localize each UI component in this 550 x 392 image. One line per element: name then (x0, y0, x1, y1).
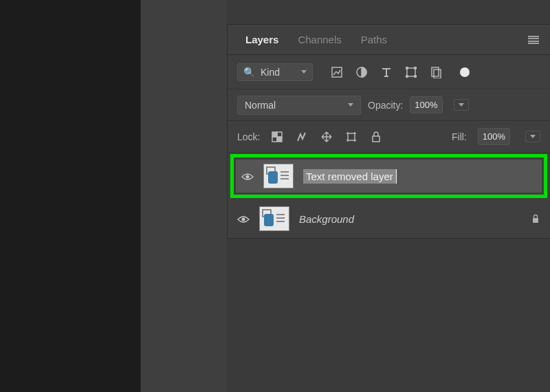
lock-position-icon[interactable] (320, 131, 333, 143)
opacity-dropdown[interactable] (454, 99, 469, 111)
blend-row: Normal Opacity: 100% (228, 89, 550, 121)
lock-label: Lock: (237, 131, 260, 142)
svg-rect-17 (533, 218, 538, 223)
filter-type-icon[interactable] (380, 66, 393, 78)
fill-value: 100% (483, 131, 505, 142)
svg-point-3 (406, 67, 408, 69)
panel-tabs: Layers Channels Paths (228, 25, 550, 55)
blend-mode-select[interactable]: Normal (237, 96, 361, 115)
svg-rect-13 (348, 133, 355, 140)
svg-rect-10 (277, 137, 282, 142)
layer-row[interactable]: Text removed layer (236, 160, 542, 193)
svg-rect-2 (407, 68, 415, 76)
layers-list: Text removed layer Background (228, 154, 550, 238)
lock-row: Lock: Fill: 100% (228, 121, 550, 153)
chevron-down-icon (348, 103, 353, 107)
svg-rect-7 (432, 67, 439, 76)
search-icon: 🔍 (243, 67, 255, 78)
panel-gutter (141, 0, 227, 392)
lock-artboard-icon[interactable] (345, 131, 358, 143)
opacity-input[interactable]: 100% (410, 96, 442, 113)
chevron-down-icon (301, 70, 307, 74)
layer-row[interactable]: Background (228, 199, 550, 238)
highlight-annotation: Text removed layer (230, 154, 547, 198)
svg-rect-9 (272, 132, 277, 137)
svg-point-6 (415, 75, 417, 77)
filter-kind-select[interactable]: 🔍 Kind (237, 63, 313, 81)
panel-menu-icon[interactable] (528, 36, 539, 44)
canvas-area (0, 0, 141, 392)
lock-icon (531, 214, 540, 224)
visibility-toggle[interactable] (237, 215, 250, 223)
layer-name: Background (299, 213, 354, 225)
tab-channels[interactable]: Channels (288, 25, 351, 54)
opacity-value: 100% (415, 100, 437, 110)
svg-point-16 (242, 218, 245, 221)
filter-adjustment-icon[interactable] (355, 66, 368, 78)
blend-mode-value: Normal (245, 100, 276, 111)
fill-input[interactable]: 100% (478, 128, 510, 145)
layer-thumbnail[interactable] (263, 164, 294, 188)
tab-layers[interactable]: Layers (236, 25, 288, 54)
fill-dropdown[interactable] (525, 131, 540, 142)
opacity-label: Opacity: (368, 100, 403, 111)
layer-filter-row: 🔍 Kind (228, 55, 550, 89)
layers-panel: Layers Channels Paths 🔍 Kind (227, 24, 550, 239)
lock-all-icon[interactable] (370, 131, 382, 143)
filter-kind-label: Kind (261, 67, 296, 78)
filter-toggle[interactable] (460, 67, 470, 77)
fill-label: Fill: (452, 131, 467, 142)
tab-paths[interactable]: Paths (351, 25, 397, 54)
svg-rect-14 (373, 136, 380, 142)
svg-point-5 (406, 75, 408, 77)
visibility-toggle[interactable] (241, 172, 254, 180)
lock-transparent-icon[interactable] (271, 131, 283, 143)
svg-rect-8 (434, 69, 441, 78)
svg-point-15 (246, 175, 250, 179)
filter-smartobject-icon[interactable] (430, 66, 442, 78)
svg-point-4 (415, 67, 417, 69)
filter-shape-icon[interactable] (405, 66, 417, 78)
lock-image-icon[interactable] (296, 131, 308, 143)
svg-rect-12 (272, 137, 277, 142)
layer-name-input[interactable]: Text removed layer (303, 169, 397, 184)
layer-thumbnail[interactable] (259, 206, 289, 231)
svg-rect-11 (277, 132, 282, 137)
filter-pixel-icon[interactable] (331, 66, 343, 78)
